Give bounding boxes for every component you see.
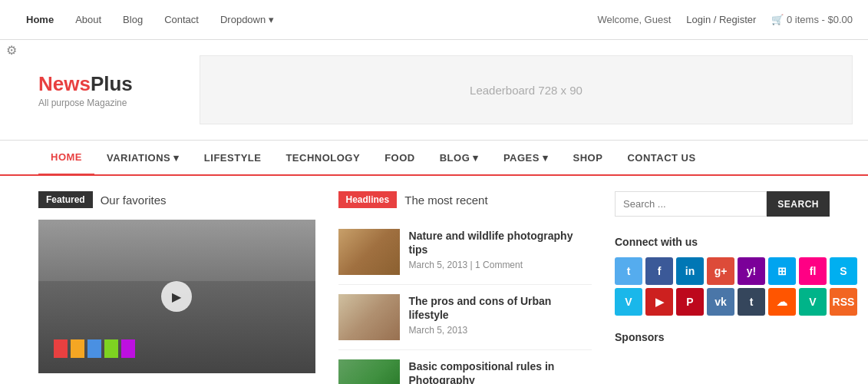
headline-title-2[interactable]: The pros and cons of Urban lifestyle	[409, 294, 592, 322]
cart-text[interactable]: 0 items - $0.00	[787, 14, 853, 25]
main-nav-technology[interactable]: TECHNOLOGY	[273, 141, 372, 174]
headline-item-2: The pros and cons of Urban lifestyle Mar…	[338, 285, 592, 350]
social-facebook[interactable]: f	[645, 257, 673, 285]
featured-section: Featured Our favorites ▶	[38, 191, 315, 384]
logo-text: NewsPlus	[38, 72, 177, 96]
headline-meta-1: March 5, 2013 | 1 Comment	[409, 260, 592, 270]
featured-label-text: Our favorites	[101, 194, 167, 207]
social-youtube[interactable]: ▶	[645, 288, 673, 316]
color-box-red	[54, 339, 68, 358]
top-navigation: Home About Blog Contact Dropdown ▾	[15, 0, 285, 40]
social-grid: t f in g+ y! ⊞ fl S V ▶ P vk t ☁ V RSS	[615, 257, 830, 316]
nav-dropdown[interactable]: Dropdown ▾	[210, 0, 285, 40]
social-pinterest[interactable]: P	[676, 288, 704, 316]
main-navigation: HOME VARIATIONS ▾ LIFESTYLE TECHNOLOGY F…	[0, 140, 868, 176]
cart-info: 🛒 0 items - $0.00	[771, 14, 853, 25]
social-windows[interactable]: ⊞	[768, 257, 796, 285]
social-twitter[interactable]: t	[615, 257, 642, 285]
color-box-blue	[87, 339, 101, 358]
main-nav-pages[interactable]: PAGES ▾	[491, 141, 561, 174]
headlines-label-text: The most recent	[404, 194, 487, 207]
main-nav-contact-us[interactable]: CONTACT US	[615, 141, 708, 174]
main-nav-lifestyle[interactable]: LIFESTYLE	[192, 141, 274, 174]
headline-thumb-2	[338, 294, 400, 340]
logo-plus: Plus	[91, 72, 133, 95]
main-nav-shop[interactable]: SHOP	[561, 141, 616, 174]
featured-image[interactable]: ▶	[38, 220, 315, 373]
headline-thumb-1	[338, 229, 400, 275]
top-right-area: Welcome, Guest Login / Register 🛒 0 item…	[597, 14, 853, 25]
social-vk[interactable]: vk	[707, 288, 734, 316]
headline-item-1: Nature and wildlife photography tips Mar…	[338, 220, 592, 285]
search-widget: SEARCH	[615, 191, 830, 217]
site-header: NewsPlus All purpose Magazine Leaderboar…	[0, 40, 868, 140]
color-box-orange	[71, 339, 84, 358]
content-area: Featured Our favorites ▶ Headlines The m…	[0, 176, 868, 384]
sponsors-title: Sponsors	[615, 331, 830, 343]
headlines-badge: Headlines	[338, 191, 398, 208]
headline-content-3: Basic compositional rules in Photography…	[409, 359, 592, 384]
welcome-text: Welcome, Guest	[597, 14, 671, 25]
social-vine[interactable]: V	[799, 288, 827, 316]
color-box-purple	[121, 339, 135, 358]
social-yahoo[interactable]: y!	[738, 257, 765, 285]
social-google[interactable]: g+	[707, 257, 734, 285]
headline-content-2: The pros and cons of Urban lifestyle Mar…	[409, 294, 592, 336]
gear-icon[interactable]: ⚙	[0, 38, 23, 61]
connect-title: Connect with us	[615, 236, 830, 248]
color-boxes	[54, 339, 135, 358]
nav-contact[interactable]: Contact	[153, 0, 210, 40]
nav-blog[interactable]: Blog	[112, 0, 153, 40]
headline-content-1: Nature and wildlife photography tips Mar…	[409, 229, 592, 270]
social-vimeo[interactable]: V	[615, 288, 642, 316]
sidebar: SEARCH Connect with us t f in g+ y! ⊞ fl…	[615, 191, 830, 384]
headline-thumb-3	[338, 359, 400, 384]
nav-home[interactable]: Home	[15, 0, 64, 40]
nav-about[interactable]: About	[64, 0, 112, 40]
leaderboard-ad: Leaderboard 728 x 90	[200, 55, 853, 124]
cart-icon: 🛒	[771, 14, 784, 25]
social-flickr[interactable]: fl	[799, 257, 827, 285]
play-button[interactable]: ▶	[161, 281, 192, 312]
logo-news: News	[38, 72, 91, 95]
thumb-photo-img	[338, 359, 400, 384]
headline-item-3: Basic compositional rules in Photography…	[338, 350, 592, 384]
main-nav-variations[interactable]: VARIATIONS ▾	[94, 141, 192, 174]
main-nav-home[interactable]: HOME	[38, 141, 94, 176]
headline-title-3[interactable]: Basic compositional rules in Photography	[409, 359, 592, 384]
social-linkedin[interactable]: in	[676, 257, 704, 285]
headline-title-1[interactable]: Nature and wildlife photography tips	[409, 229, 592, 257]
featured-badge: Featured	[38, 191, 93, 208]
color-box-green	[104, 339, 118, 358]
main-nav-food[interactable]: FOOD	[372, 141, 427, 174]
search-button[interactable]: SEARCH	[767, 191, 830, 217]
social-soundcloud[interactable]: ☁	[768, 288, 796, 316]
search-input[interactable]	[615, 191, 767, 217]
headlines-section: Headlines The most recent Nature and wil…	[338, 191, 592, 384]
headlines-label-row: Headlines The most recent	[338, 191, 592, 208]
login-register-link[interactable]: Login / Register	[686, 14, 756, 25]
featured-label-row: Featured Our favorites	[38, 191, 315, 208]
thumb-nature-img	[338, 229, 400, 275]
site-logo: NewsPlus All purpose Magazine	[38, 72, 177, 108]
social-skype[interactable]: S	[830, 257, 857, 285]
social-tumblr[interactable]: t	[738, 288, 765, 316]
headline-meta-2: March 5, 2013	[409, 325, 592, 336]
main-nav-blog[interactable]: BLOG ▾	[427, 141, 491, 174]
logo-tagline: All purpose Magazine	[38, 98, 177, 108]
thumb-urban-img	[338, 294, 400, 340]
top-bar: Home About Blog Contact Dropdown ▾ Welco…	[0, 0, 868, 40]
social-rss[interactable]: RSS	[830, 288, 857, 316]
